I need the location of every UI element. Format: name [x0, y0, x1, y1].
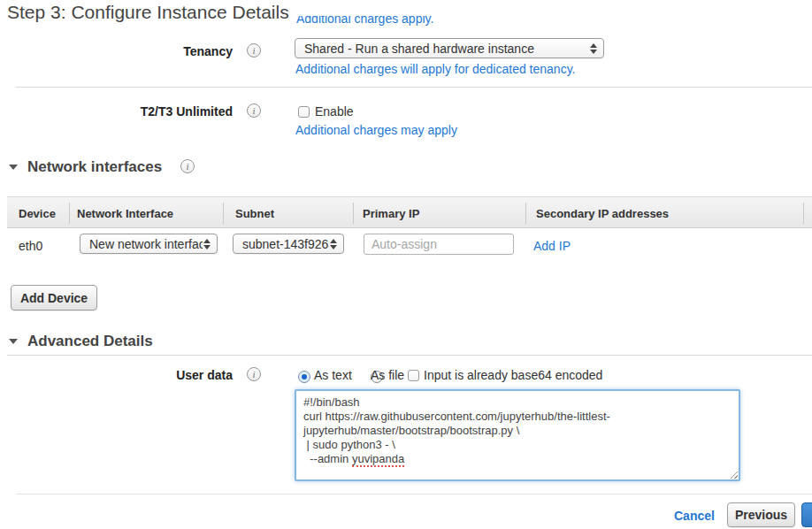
subnet-select-value: subnet-143f9263 — [234, 237, 329, 251]
network-interface-select-value: New network interface — [80, 237, 203, 251]
device-name: eth0 — [19, 239, 42, 253]
advanced-details-collapse-icon[interactable] — [9, 339, 18, 344]
user-data-line: | sudo python3 - \ — [303, 438, 732, 452]
network-interface-select[interactable]: New network interface — [80, 234, 218, 254]
column-divider — [69, 203, 70, 224]
network-interfaces-collapse-icon[interactable] — [9, 165, 18, 170]
select-arrows-icon — [329, 239, 343, 249]
user-data-info-icon[interactable] — [247, 367, 261, 381]
t2t3-info-icon[interactable] — [247, 104, 261, 118]
user-data-textarea[interactable]: #!/bin/bash curl https://raw.githubuserc… — [295, 389, 740, 481]
clipped-link-container: Additional charges apply. — [296, 16, 456, 27]
user-data-label: User data — [91, 368, 233, 382]
tenancy-select[interactable]: Shared - Run a shared hardware instance — [295, 38, 604, 58]
page-title: Step 3: Configure Instance Details — [7, 2, 289, 23]
tenancy-select-value: Shared - Run a shared hardware instance — [295, 42, 589, 56]
user-data-line: --admin yuvipanda — [303, 452, 732, 466]
select-arrows-icon — [203, 239, 217, 249]
divider — [16, 494, 812, 494]
as-file-radio-label: As file — [371, 368, 404, 382]
column-secondary-ip: Secondary IP addresses — [536, 207, 669, 220]
network-interfaces-info-icon[interactable] — [180, 159, 195, 173]
t2t3-unlimited-label: T2/T3 Unlimited — [91, 104, 233, 119]
tenancy-info-icon[interactable] — [247, 43, 261, 58]
admin-flag-text: --admin — [303, 452, 352, 465]
column-primary-ip: Primary IP — [363, 207, 419, 220]
enable-checkbox-label: Enable — [315, 104, 354, 119]
tenancy-label: Tenancy — [91, 44, 233, 58]
tenancy-charges-link[interactable]: Additional charges will apply for dedica… — [295, 62, 575, 76]
column-divider — [803, 203, 804, 224]
enable-checkbox[interactable] — [298, 106, 310, 118]
advanced-details-title: Advanced Details — [27, 333, 153, 350]
add-device-button[interactable]: Add Device — [11, 285, 97, 310]
column-network-interface: Network Interface — [77, 207, 173, 220]
additional-charges-apply-link[interactable]: Additional charges apply. — [296, 16, 456, 26]
subnet-select[interactable]: subnet-143f9263 — [233, 234, 344, 254]
divider — [16, 87, 812, 88]
interfaces-table-header: Device Network Interface Subnet Primary … — [7, 196, 812, 228]
primary-ip-input[interactable] — [364, 234, 514, 255]
user-data-line: jupyterhub/master/bootstrap/bootstrap.py… — [303, 424, 732, 438]
select-arrows-icon — [589, 43, 603, 54]
base64-checkbox[interactable] — [408, 370, 419, 381]
column-divider — [223, 203, 224, 224]
misspelled-word: yuvipanda — [352, 452, 404, 467]
next-button[interactable] — [801, 502, 812, 527]
configure-instance-page: Additional charges apply. Step 3: Config… — [0, 0, 812, 529]
as-text-radio[interactable] — [298, 371, 310, 383]
column-device: Device — [19, 207, 56, 220]
base64-checkbox-label: Input is already base64 encoded — [424, 368, 602, 382]
column-subnet: Subnet — [235, 207, 274, 220]
t2t3-charges-link[interactable]: Additional charges may apply — [295, 123, 457, 137]
network-interfaces-title: Network interfaces — [27, 158, 162, 176]
add-ip-link[interactable]: Add IP — [533, 239, 571, 253]
cancel-link[interactable]: Cancel — [674, 509, 715, 523]
user-data-line: curl https://raw.githubusercontent.com/j… — [303, 410, 732, 424]
resize-handle-icon[interactable] — [728, 469, 738, 479]
previous-button[interactable]: Previous — [727, 502, 795, 527]
user-data-line: #!/bin/bash — [303, 395, 732, 410]
column-divider — [353, 203, 354, 224]
divider — [7, 355, 812, 356]
as-text-radio-label: As text — [314, 368, 352, 382]
column-divider — [525, 203, 526, 224]
